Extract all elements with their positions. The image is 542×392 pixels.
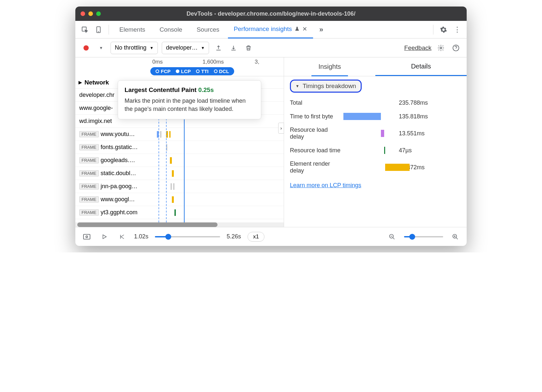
svg-line-9 xyxy=(393,237,395,239)
ruler-tick: 1,600ms xyxy=(203,59,224,65)
tab-details[interactable]: Details xyxy=(375,57,467,76)
timing-markers[interactable]: FCP LCP TTI DCL xyxy=(150,67,234,75)
close-window-button[interactable] xyxy=(81,11,85,16)
seek-slider[interactable] xyxy=(155,236,220,237)
record-button[interactable] xyxy=(81,42,92,53)
help-icon[interactable] xyxy=(450,42,461,53)
horizontal-scrollbar[interactable] xyxy=(75,222,284,227)
close-tab-icon[interactable]: ✕ xyxy=(302,25,307,33)
timing-row: Resource load delay13.551ms xyxy=(284,123,467,143)
tooltip-title: Largest Contentful Paint xyxy=(125,86,197,93)
minimize-window-button[interactable] xyxy=(88,11,93,16)
marker-fcp: FCP xyxy=(161,68,171,74)
tab-elements[interactable]: Elements xyxy=(113,21,151,38)
origin-select[interactable]: developer… ▼ xyxy=(162,42,209,54)
titlebar: DevTools - developer.chrome.com/blog/new… xyxy=(75,7,467,21)
performance-toolbar: ▼ No throttling ▼ developer… ▼ Feedback xyxy=(75,38,467,57)
origin-value: developer… xyxy=(166,44,198,51)
tab-sources[interactable]: Sources xyxy=(191,21,225,38)
devtools-tabbar: Elements Console Sources Performance ins… xyxy=(75,21,467,38)
tab-label: Performance insights xyxy=(234,25,292,33)
network-row[interactable]: FRAMEjnn-pa.goog… xyxy=(75,180,284,193)
timing-row: Time to first byte135.818ms xyxy=(284,110,467,123)
window-title: DevTools - developer.chrome.com/blog/new… xyxy=(187,10,355,17)
timing-bar xyxy=(343,130,395,137)
timing-bar xyxy=(343,113,395,120)
time-ruler[interactable]: 0ms 1,600ms 3, FCP LCP TTI DCL xyxy=(150,57,284,76)
screenshot-toggle-icon[interactable] xyxy=(81,231,92,242)
frame-badge: FRAME xyxy=(79,157,99,163)
network-row[interactable]: FRAMEgoogleads.… xyxy=(75,154,284,167)
svg-point-6 xyxy=(86,236,88,238)
lcp-tooltip: Largest Contentful Paint 0.25s Marks the… xyxy=(118,80,261,119)
play-icon[interactable] xyxy=(99,231,110,242)
delete-icon[interactable] xyxy=(243,42,254,53)
timing-bar xyxy=(343,99,395,106)
frame-badge: FRAME xyxy=(79,196,99,203)
frame-badge: FRAME xyxy=(79,170,99,176)
frame-badge: FRAME xyxy=(79,209,99,216)
timing-row: Resource load time47µs xyxy=(284,143,467,157)
svg-rect-5 xyxy=(83,234,90,239)
tab-insights[interactable]: Insights xyxy=(284,57,375,76)
timing-row: Total235.788ms xyxy=(284,96,467,110)
playback-footer: 1.02s 5.26s x1 xyxy=(75,227,467,246)
timing-row: Element render delay86.372ms xyxy=(284,157,467,177)
flask-icon xyxy=(294,26,300,32)
import-icon[interactable] xyxy=(228,42,239,53)
timing-value: 13.551ms xyxy=(399,130,425,137)
network-row[interactable]: FRAMEyt3.ggpht.com xyxy=(75,206,284,219)
timing-bar xyxy=(343,147,395,154)
timing-value: 47µs xyxy=(399,147,412,154)
timings-breakdown-header[interactable]: ▼ Timings breakdown xyxy=(290,80,362,93)
ruler-tick: 3, xyxy=(255,59,259,65)
marker-dcl: DCL xyxy=(219,68,229,74)
svg-point-3 xyxy=(440,47,442,49)
frame-badge: FRAME xyxy=(79,144,99,150)
rewind-icon[interactable] xyxy=(116,231,128,242)
zoom-slider[interactable] xyxy=(404,236,443,237)
more-tabs-icon[interactable]: » xyxy=(316,24,327,35)
network-row[interactable]: FRAMEwww.youtu… xyxy=(75,128,284,141)
disclosure-triangle-icon: ▶ xyxy=(79,80,82,85)
disclosure-triangle-icon: ▼ xyxy=(295,84,299,88)
record-dropdown-icon[interactable]: ▼ xyxy=(96,42,107,53)
kebab-menu-icon[interactable]: ⋮ xyxy=(452,24,463,35)
timing-label: Time to first byte xyxy=(290,113,343,120)
feedback-link[interactable]: Feedback xyxy=(404,44,431,52)
network-row[interactable]: FRAMEfonts.gstatic… xyxy=(75,141,284,154)
tab-performance-insights[interactable]: Performance insights ✕ xyxy=(228,21,313,38)
network-row[interactable]: FRAMEstatic.doubl… xyxy=(75,167,284,180)
zoom-in-icon[interactable] xyxy=(450,231,461,242)
frame-badge: FRAME xyxy=(79,131,99,137)
section-title: Timings breakdown xyxy=(303,83,356,90)
timing-value: 235.788ms xyxy=(399,99,428,106)
learn-more-link[interactable]: Learn more on LCP timings xyxy=(290,182,361,188)
throttle-value: No throttling xyxy=(115,44,146,51)
svg-line-12 xyxy=(456,237,458,239)
details-panel: Insights Details ▼ Timings breakdown Tot… xyxy=(284,57,467,227)
chevron-down-icon: ▼ xyxy=(150,46,154,50)
timing-label: Resource load delay xyxy=(290,127,343,140)
tab-console[interactable]: Console xyxy=(154,21,188,38)
current-time: 1.02s xyxy=(134,233,148,240)
maximize-window-button[interactable] xyxy=(96,11,101,16)
sidebar-expand-icon[interactable]: › xyxy=(278,123,284,134)
throttle-select[interactable]: No throttling ▼ xyxy=(111,42,158,54)
frame-badge: FRAME xyxy=(79,183,99,189)
export-icon[interactable] xyxy=(213,42,224,53)
inspect-element-icon[interactable] xyxy=(79,24,90,35)
tooltip-time: 0.25s xyxy=(198,86,214,93)
playback-speed[interactable]: x1 xyxy=(248,232,264,242)
timing-label: Resource load time xyxy=(290,147,343,154)
device-toggle-icon[interactable] xyxy=(93,24,104,35)
gear-icon[interactable] xyxy=(435,42,446,53)
timeline-panel: 0ms 1,600ms 3, FCP LCP TTI DCL ▶ Network… xyxy=(75,57,284,227)
total-time: 5.26s xyxy=(227,233,241,240)
settings-icon[interactable] xyxy=(438,24,449,35)
timing-value: 135.818ms xyxy=(399,113,428,120)
marker-tti: TTI xyxy=(201,68,209,74)
network-row[interactable]: FRAMEwww.googl… xyxy=(75,193,284,206)
zoom-out-icon[interactable] xyxy=(386,231,398,242)
marker-lcp: LCP xyxy=(181,68,191,74)
